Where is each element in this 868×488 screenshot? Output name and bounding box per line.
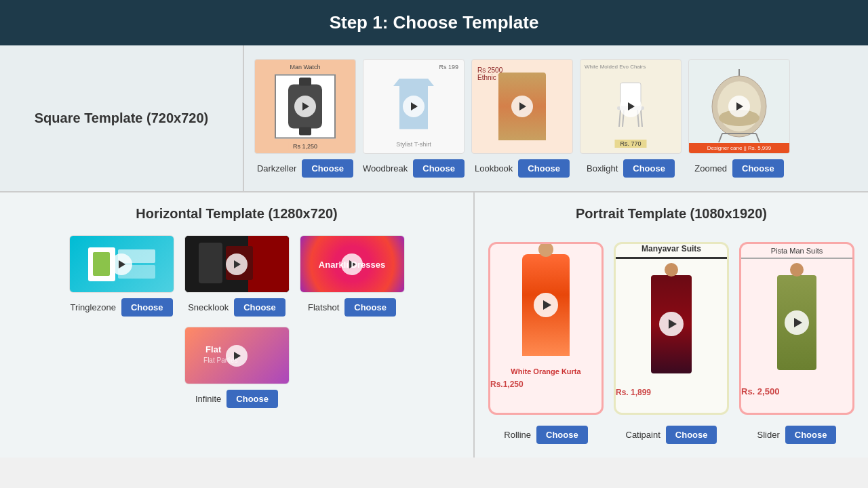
darkzeller-name: Darkzeller [257, 163, 297, 174]
darkzeller-top-label: Man Watch [290, 64, 320, 70]
infinite-overlay-text: Flat [205, 344, 221, 354]
slider-thumb: Pista Man Suits Rs. 2,500 [739, 242, 854, 415]
zoomed-label-row: Zoomed Choose [694, 159, 783, 178]
snecklook-play[interactable] [226, 253, 248, 275]
tringlezone-play[interactable] [111, 253, 132, 275]
portrait-template-section: Portrait Template (1080x1920) White Oran… [475, 192, 868, 458]
lookbook-thumb: Rs 2500Ethnic Wear [471, 59, 573, 154]
snecklook-name: Snecklook [188, 302, 229, 312]
square-section-label: Square Template (720x720) [0, 45, 244, 191]
bottom-sections: Horizontal Template (868x488) [0, 192, 868, 458]
lookbook-label-row: Lookbook Choose [475, 159, 570, 178]
infinite-choose-btn[interactable]: Choose [226, 390, 278, 408]
zoomed-choose-btn[interactable]: Choose [732, 159, 784, 178]
rolline-play[interactable] [534, 293, 558, 317]
rolline-price: Rs.1,250 [490, 380, 601, 389]
boxlight-title: White Molded Evo Chairs [585, 64, 646, 70]
zoomed-thumb: Designer cane || Rs. 5,999 [688, 59, 790, 154]
woodbreak-price-top: Rs 199 [439, 64, 458, 70]
rolline-name: Rolline [504, 430, 531, 440]
lookbook-play[interactable] [511, 96, 533, 117]
horizontal-templates-row: Tringlezone Choose [14, 235, 460, 408]
svg-line-11 [719, 134, 722, 142]
tringlezone-label-row: Tringlezone Choose [70, 298, 172, 317]
flatshot-choose-btn[interactable]: Choose [344, 298, 396, 317]
catipaint-divider [616, 257, 727, 259]
infinite-name: Infinite [195, 394, 221, 404]
slider-price: Rs. 2,500 [741, 386, 852, 396]
rolline-figure [490, 244, 601, 366]
lookbook-name: Lookbook [475, 163, 513, 174]
svg-line-2 [619, 110, 620, 127]
template-item-woodbreak: Rs 199 Stylist T-shirt Woodbreak Choose [363, 59, 465, 178]
snecklook-choose-btn[interactable]: Choose [234, 298, 285, 317]
boxlight-choose-btn[interactable]: Choose [623, 159, 675, 178]
slider-product-title: Pista Man Suits [741, 244, 852, 258]
flatshot-label-row: Flatshot Choose [308, 298, 396, 317]
catipaint-choose-btn[interactable]: Choose [666, 426, 717, 444]
main-content: Square Template (720x720) Man Watch Rs 1… [0, 45, 868, 458]
flatshot-name: Flatshot [308, 302, 339, 312]
snecklook-label-row: Snecklook Choose [188, 298, 285, 317]
slider-figure [741, 262, 852, 384]
woodbreak-choose-btn[interactable]: Choose [413, 159, 465, 178]
template-item-snecklook: Snecklook Choose [184, 235, 290, 317]
svg-line-12 [756, 134, 760, 142]
tringlezone-product [93, 252, 110, 276]
boxlight-label-row: Boxlight Choose [587, 159, 675, 178]
darkzeller-thumb: Man Watch Rs 1,250 [254, 59, 356, 154]
square-template-section: Square Template (720x720) Man Watch Rs 1… [0, 45, 868, 192]
slider-choose-btn[interactable]: Choose [785, 426, 837, 444]
slider-play[interactable] [785, 310, 809, 335]
template-item-darkzeller: Man Watch Rs 1,250 Darkzeller Choose [254, 59, 356, 178]
tringlezone-choose-btn[interactable]: Choose [121, 298, 173, 317]
catipaint-name: Catipaint [626, 430, 660, 440]
catipaint-thumb: Manyavar Suits Rs. 1,899 [614, 242, 729, 415]
woodbreak-play[interactable] [403, 96, 425, 117]
woodbreak-sublabel: Stylist T-shirt [396, 141, 431, 148]
rolline-thumb: White Orange Kurta Rs.1,250 [488, 242, 604, 415]
catipaint-product-title: Manyavar Suits [616, 244, 727, 253]
boxlight-name: Boxlight [587, 163, 618, 174]
slider-name: Slider [757, 430, 780, 440]
boxlight-play[interactable] [620, 96, 642, 117]
rolline-product-name: White Orange Kurta [490, 366, 601, 377]
template-item-catipaint: Manyavar Suits Rs. 1,899 Catipaint Choos… [614, 242, 729, 444]
template-item-boxlight: White Molded Evo Chairs Rs. 770 [580, 59, 682, 178]
template-item-rolline: White Orange Kurta Rs.1,250 Rolline Choo… [488, 242, 604, 444]
snecklook-phone [199, 243, 222, 283]
infinite-sub-text: Flat Parties [203, 357, 238, 364]
template-item-flatshot: Anarkli Dresses Flatshot Choose [300, 235, 405, 317]
portrait-section-title: Portrait Template (1080x1920) [576, 206, 767, 222]
catipaint-play[interactable] [659, 312, 684, 336]
catipaint-label-row: Catipaint Choose [626, 426, 717, 444]
horizontal-template-section: Horizontal Template (868x488) [0, 192, 475, 458]
infinite-label-row: Infinite Choose [195, 390, 278, 408]
catipaint-figure [616, 263, 727, 385]
square-templates-row: Man Watch Rs 1,250 Darkzeller Choose Rs … [244, 45, 868, 191]
slider-divider [741, 258, 852, 259]
darkzeller-play[interactable] [294, 96, 316, 117]
rolline-label-row: Rolline Choose [504, 426, 587, 444]
page-header: Step 1: Choose Template [0, 0, 868, 45]
rolline-choose-btn[interactable]: Choose [536, 426, 588, 444]
tringlezone-name: Tringlezone [70, 302, 115, 312]
boxlight-price: Rs. 770 [614, 140, 646, 148]
darkzeller-price: Rs 1,250 [289, 142, 321, 150]
boxlight-thumb: White Molded Evo Chairs Rs. 770 [580, 59, 682, 154]
zoomed-bottom-label: Designer cane || Rs. 5,999 [689, 143, 789, 153]
slider-label-row: Slider Choose [757, 426, 837, 444]
snecklook-thumb [184, 235, 290, 293]
template-item-slider: Pista Man Suits Rs. 2,500 Slider Choose [739, 242, 854, 444]
lookbook-choose-btn[interactable]: Choose [518, 159, 570, 178]
template-item-infinite: Flat Flat Parties Infinite Choose [184, 327, 290, 408]
tringlezone-thumb [69, 235, 174, 293]
portrait-templates-row: White Orange Kurta Rs.1,250 Rolline Choo… [488, 242, 854, 444]
flatshot-overlay-text: Anarkli Dresses [319, 259, 385, 269]
darkzeller-choose-btn[interactable]: Choose [302, 159, 353, 178]
darkzeller-label-row: Darkzeller Choose [257, 159, 353, 178]
woodbreak-thumb: Rs 199 Stylist T-shirt [363, 59, 465, 154]
snecklook-red [248, 236, 289, 292]
zoomed-play[interactable] [728, 96, 750, 117]
page-title: Step 1: Choose Template [330, 12, 539, 33]
